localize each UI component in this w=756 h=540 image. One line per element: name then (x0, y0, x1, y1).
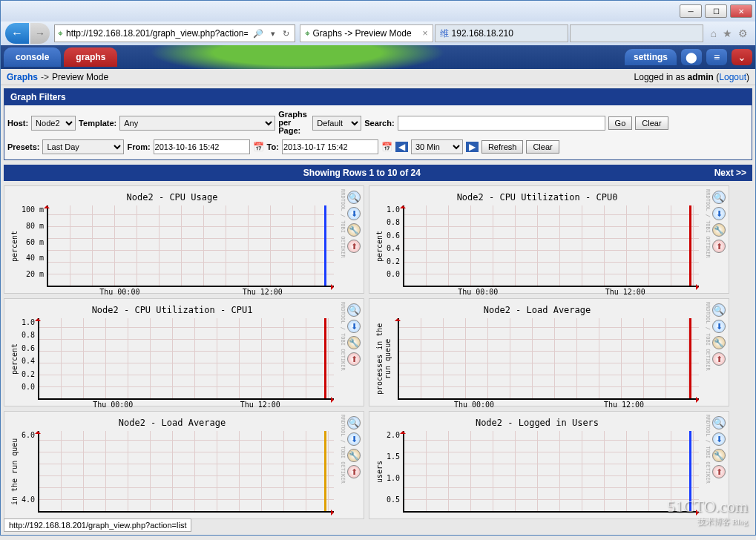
graph-cell: Node2 - Load Average in the run queu 6.0… (4, 411, 364, 519)
properties-icon[interactable]: 🔧 (712, 336, 726, 349)
y-axis-label: percent (10, 205, 19, 287)
page-top-icon[interactable]: ⬆ (712, 465, 726, 478)
pager-next[interactable]: Next >> (714, 168, 746, 178)
chart[interactable]: Node2 - CPU Utilization - CPU1 percent 1… (4, 299, 340, 406)
cacti-navbar: console graphs settings ⬤ ≡ ⌄ (1, 45, 755, 69)
properties-icon[interactable]: 🔧 (712, 449, 726, 462)
shift-right-button[interactable]: ▶ (466, 142, 479, 152)
calendar-icon[interactable]: 📅 (253, 142, 264, 152)
data-spike (324, 318, 326, 398)
filters-header: Graph Filters (4, 89, 752, 105)
rrdtool-label: RRDTOOL / TOBI OETIKER (340, 299, 346, 406)
search-icon[interactable]: 🔎 (251, 29, 266, 39)
dropdown-icon[interactable]: ▾ (269, 29, 277, 39)
y-ticks: 1.00.80.60.40.20.0 (22, 318, 38, 400)
x-ticks: Thu 00:00Thu 12:00 (404, 288, 699, 296)
interval-select[interactable]: 30 Min (411, 139, 463, 154)
refresh-button[interactable]: Refresh (481, 140, 524, 154)
page-top-icon[interactable]: ⬆ (347, 465, 361, 478)
template-select[interactable]: Any (119, 116, 275, 131)
zoom-icon[interactable]: 🔍 (347, 191, 361, 204)
url-field[interactable]: ⌖ 🔎 ▾ ↻ (54, 24, 295, 42)
chart[interactable]: Node2 - Load Average in the run queu 6.0… (4, 412, 340, 518)
chart[interactable]: Node2 - Load Average processes in the ru… (369, 299, 705, 406)
go-button[interactable]: Go (608, 116, 633, 130)
tab-close-icon[interactable]: × (423, 28, 428, 39)
tools-icon[interactable]: ⚙ (738, 27, 748, 39)
host-label: Host: (7, 119, 28, 128)
zoom-icon[interactable]: 🔍 (712, 303, 726, 317)
list-icon[interactable]: ≡ (706, 49, 727, 65)
minimize-button[interactable]: ─ (680, 4, 702, 18)
y-ticks: 6.04.0 (22, 431, 38, 513)
forward-button[interactable]: → (30, 23, 50, 44)
page-top-icon[interactable]: ⬆ (347, 240, 361, 253)
x-ticks: Thu 00:00Thu 12:00 (399, 401, 699, 409)
plot-area: Thu 00:00Thu 12:00 (47, 205, 334, 287)
breadcrumb-root[interactable]: Graphs (7, 72, 38, 82)
data-spike (689, 205, 691, 286)
rrdtool-label: RRDTOOL / TOBI OETIKER (705, 186, 711, 293)
clear-button[interactable]: Clear (635, 116, 668, 130)
pager-bar: Showing Rows 1 to 10 of 24 Next >> (4, 165, 752, 181)
graph-actions: 🔍 ⬇ 🔧 ⬆ (346, 186, 364, 293)
new-tab-button[interactable] (570, 24, 703, 42)
zoom-icon[interactable]: 🔍 (347, 303, 361, 317)
search-input[interactable] (398, 116, 605, 131)
csv-export-icon[interactable]: ⬇ (712, 432, 726, 446)
page-top-icon[interactable]: ⬆ (347, 352, 361, 366)
favicon: 维 (440, 27, 449, 40)
y-axis-label: in the run queu (10, 431, 19, 513)
properties-icon[interactable]: 🔧 (347, 223, 361, 237)
settings-button[interactable]: settings (625, 49, 677, 65)
graph-actions: 🔍 ⬇ 🔧 ⬆ (346, 299, 364, 406)
properties-icon[interactable]: 🔧 (347, 336, 361, 349)
host-select[interactable]: Node2 (31, 116, 76, 131)
chart[interactable]: Node2 - Logged in Users users 2.01.51.00… (369, 412, 705, 518)
graph-cell: Node2 - Load Average processes in the ru… (369, 298, 729, 406)
chart[interactable]: Node2 - CPU Utilization - CPU0 percent 1… (369, 186, 705, 293)
csv-export-icon[interactable]: ⬇ (712, 207, 726, 220)
graph-actions: 🔍 ⬇ 🔧 ⬆ (711, 299, 729, 406)
csv-export-icon[interactable]: ⬇ (712, 320, 726, 333)
favorites-icon[interactable]: ★ (723, 27, 732, 39)
zoom-icon[interactable]: 🔍 (712, 416, 726, 429)
data-spike (324, 431, 326, 511)
csv-export-icon[interactable]: ⬇ (347, 320, 361, 333)
chart[interactable]: Node2 - CPU Usage percent 100 m80 m60 m4… (4, 186, 340, 293)
to-input[interactable] (282, 139, 378, 154)
logout-link[interactable]: Logout (719, 72, 746, 82)
zoom-icon[interactable]: 🔍 (347, 416, 361, 429)
presets-select[interactable]: Last Day (42, 139, 124, 154)
page-top-icon[interactable]: ⬆ (712, 352, 726, 366)
properties-icon[interactable]: 🔧 (712, 223, 726, 237)
url-input[interactable] (66, 28, 248, 39)
chart-title: Node2 - CPU Usage (10, 192, 334, 202)
chart-title: Node2 - CPU Utilization - CPU1 (10, 305, 334, 315)
graph-cell: Node2 - CPU Utilization - CPU0 percent 1… (369, 185, 729, 294)
zoom-icon[interactable]: 🔍 (712, 191, 726, 204)
maximize-button[interactable]: ☐ (705, 4, 727, 18)
from-input[interactable] (154, 139, 250, 154)
tree-icon[interactable]: ⬤ (681, 49, 702, 65)
back-button[interactable]: ← (5, 23, 29, 44)
to-label: To: (267, 142, 279, 151)
gpp-select[interactable]: Default (312, 116, 361, 131)
graphs-tab[interactable]: graphs (64, 47, 117, 67)
properties-icon[interactable]: 🔧 (347, 449, 361, 462)
calendar-icon[interactable]: 📅 (381, 142, 392, 152)
csv-export-icon[interactable]: ⬇ (347, 207, 361, 220)
shift-left-button[interactable]: ◀ (395, 142, 408, 152)
preview-icon[interactable]: ⌄ (732, 49, 752, 65)
refresh-icon[interactable]: ↻ (280, 29, 292, 39)
csv-export-icon[interactable]: ⬇ (347, 432, 361, 446)
browser-tab-inactive[interactable]: 维 192.168.18.210 (435, 24, 568, 42)
logged-user: admin (688, 72, 714, 82)
y-axis-label: users (375, 431, 384, 513)
browser-tab-active[interactable]: ⌖ Graphs -> Preview Mode × (300, 24, 433, 42)
home-icon[interactable]: ⌂ (711, 27, 717, 39)
clear-timespan-button[interactable]: Clear (526, 140, 559, 154)
close-button[interactable]: ✕ (730, 4, 752, 18)
page-top-icon[interactable]: ⬆ (712, 240, 726, 253)
console-tab[interactable]: console (4, 47, 61, 67)
